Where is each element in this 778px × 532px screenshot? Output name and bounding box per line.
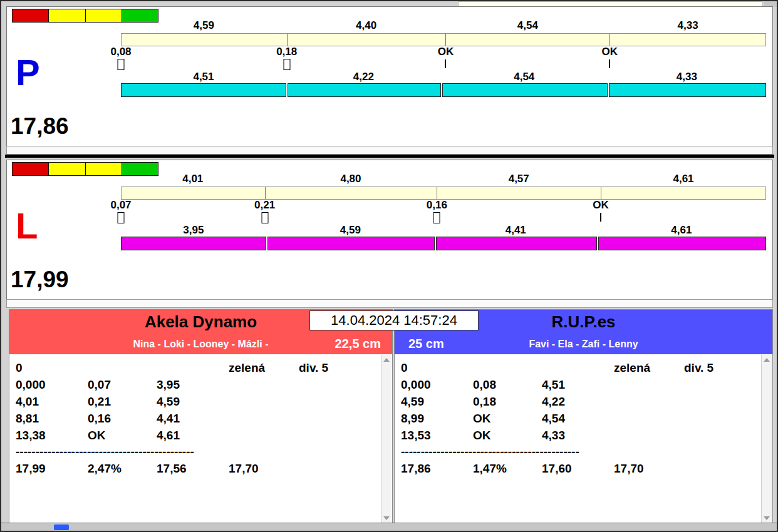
bar-divider <box>287 34 288 46</box>
scrollbar[interactable] <box>761 355 772 523</box>
log-cell: 4,59 <box>157 395 229 409</box>
reference-time-label: 4,54 <box>517 19 538 32</box>
status-light-segment <box>86 163 122 175</box>
status-strip-l <box>6 299 773 308</box>
log-row: 17,861,47%17,6017,70 <box>401 460 772 477</box>
log-cell: 4,51 <box>542 378 614 392</box>
log-cell: 17,70 <box>614 462 684 476</box>
team-card-akela-dynamo: Akela Dynamo Nina - Loki - Looney - Mázl… <box>9 309 393 526</box>
lane-letter: P <box>16 54 40 91</box>
split-bar-segment <box>598 237 766 250</box>
split-bar-segment <box>121 83 286 97</box>
split-time-label: 4,51 <box>193 71 214 83</box>
log-cell: div. 5 <box>684 361 772 375</box>
log-cell: 8,99 <box>401 412 473 426</box>
log-cell: div. 5 <box>299 361 392 375</box>
log-cell: 0,07 <box>88 378 157 392</box>
reference-time-label: 4,59 <box>194 19 214 32</box>
datetime-display: 14.04.2024 14:57:24 <box>309 310 479 330</box>
scroll-up-icon[interactable] <box>383 358 390 362</box>
change-time-label: 0,18 <box>276 46 297 58</box>
split-time-labels: 4,514,224,544,33 <box>121 71 766 83</box>
log-row: 17,992,47%17,5617,70 <box>16 460 392 477</box>
lane-panel-p: P 17,86 4,594,404,544,33 0,080,18OKOK 4,… <box>6 6 773 146</box>
log-cell: 4,41 <box>157 412 229 426</box>
reference-time-label: 4,40 <box>356 19 376 32</box>
split-time-label: 4,22 <box>353 71 374 83</box>
reference-bar <box>121 33 766 46</box>
scroll-down-icon[interactable] <box>383 516 390 520</box>
log-cell: 4,61 <box>157 429 229 442</box>
log-cell: zelená <box>614 361 684 375</box>
lane-divider <box>5 155 774 158</box>
team-members: Nina - Loki - Looney - Mázli - <box>133 339 269 350</box>
lane-letter: L <box>16 208 38 244</box>
lane-bars: 4,014,804,574,61 0,070,210,16OK 3,954,59… <box>121 173 766 260</box>
log-cell: 0 <box>401 361 473 375</box>
log-cell: 0,08 <box>473 378 542 392</box>
log-cell: OK <box>473 412 542 426</box>
change-time-label: OK <box>602 46 618 58</box>
ok-line-marker <box>609 59 610 68</box>
status-light-segment <box>49 163 85 175</box>
change-markers <box>121 212 766 223</box>
split-time-bar <box>121 83 766 96</box>
team-log-rows: 0zelenádiv. 50,0000,084,514,590,184,228,… <box>395 354 772 477</box>
ok-line-marker <box>600 213 601 222</box>
scroll-down-icon[interactable] <box>764 516 770 520</box>
lane-bars: 4,594,404,544,33 0,080,18OKOK 4,514,224,… <box>121 19 766 107</box>
jump-height: 22,5 cm <box>335 337 381 351</box>
team-log-panel: 0zelenádiv. 50,0000,073,954,010,214,598,… <box>9 354 392 524</box>
status-light-segment <box>49 9 85 22</box>
log-cell: 4,01 <box>16 395 88 409</box>
scrollbar[interactable] <box>381 355 392 523</box>
log-cell: 0,18 <box>473 395 542 409</box>
log-separator: ----------------------------------------… <box>16 444 392 460</box>
lane-total-time: 17,86 <box>11 113 69 140</box>
reference-time-labels: 4,594,404,544,33 <box>121 19 766 32</box>
split-time-label: 4,41 <box>506 224 526 237</box>
split-bar-segment <box>121 237 266 250</box>
reference-time-label: 4,33 <box>678 19 698 32</box>
team-members: Favi - Ela - Zafi - Lenny <box>529 339 638 350</box>
split-bar-segment <box>442 83 608 97</box>
log-cell: 4,59 <box>401 395 473 409</box>
app-window: P 17,86 4,594,404,544,33 0,080,18OKOK 4,… <box>0 0 778 532</box>
change-markers <box>121 59 766 69</box>
log-cell: 0 <box>16 361 88 375</box>
change-time-label: 0,07 <box>110 199 131 212</box>
split-bar-segment <box>288 83 441 97</box>
split-bar-segment <box>436 237 597 250</box>
split-bar-segment <box>609 83 766 97</box>
lane-panel-l: L 17,99 4,014,804,574,61 0,070,210,16OK … <box>6 160 773 300</box>
split-bar-segment <box>267 237 435 250</box>
taskbar-item[interactable] <box>54 524 69 530</box>
reference-time-label: 4,80 <box>340 173 361 185</box>
status-light-segment <box>86 9 122 22</box>
log-cell: 4,54 <box>542 412 614 426</box>
sensor-box-marker <box>433 212 440 223</box>
log-cell: 4,22 <box>542 395 614 409</box>
log-cell: 1,47% <box>473 462 542 476</box>
split-time-bar <box>121 237 766 249</box>
sensor-box-marker <box>118 212 125 223</box>
log-cell: 0,21 <box>88 395 157 409</box>
jump-height: 25 cm <box>408 337 444 351</box>
bar-divider <box>601 187 601 199</box>
split-time-labels: 3,954,594,414,61 <box>121 224 766 237</box>
change-time-label: OK <box>438 46 454 58</box>
log-cell: OK <box>88 429 157 442</box>
split-time-label: 3,95 <box>183 224 204 237</box>
status-light-segment <box>13 163 49 175</box>
split-time-label: 4,33 <box>677 71 697 83</box>
log-cell: 17,86 <box>401 462 473 476</box>
teams-section: Akela Dynamo Nina - Loki - Looney - Mázl… <box>9 309 772 524</box>
log-cell: zelená <box>229 361 299 375</box>
lane-total-time: 17,99 <box>11 267 69 293</box>
reference-time-labels: 4,014,804,574,61 <box>121 173 766 185</box>
log-cell: 0,16 <box>88 412 157 426</box>
log-row: 0,0000,084,51 <box>401 376 772 393</box>
scroll-up-icon[interactable] <box>764 358 770 362</box>
log-row: 0zelenádiv. 5 <box>401 359 772 376</box>
bar-divider <box>437 187 437 199</box>
